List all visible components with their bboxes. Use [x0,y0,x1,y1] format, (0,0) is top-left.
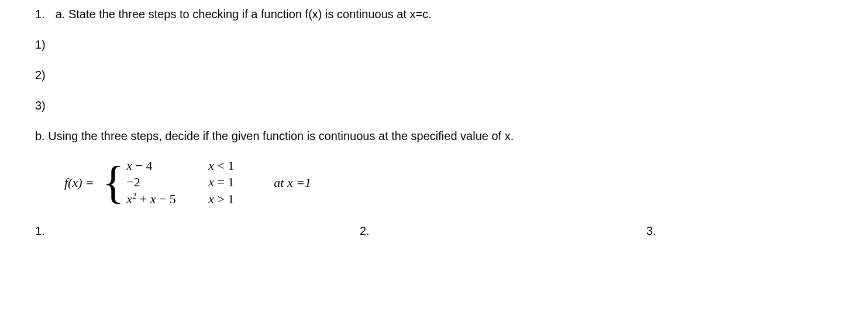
at-x-value: at x =1 [274,175,311,190]
question-1-header: 1. a. State the three steps to checking … [35,6,833,22]
case-row-1: x − 4 x < 1 [126,158,261,173]
case-3-cond: x > 1 [208,192,261,207]
brace-cases: { x − 4 x < 1 −2 x = 1 x2 + x [102,158,261,207]
case-1-cond: x < 1 [208,158,261,173]
case-row-3: x2 + x − 5 x > 1 [126,191,261,207]
question-number: 1. [35,6,45,22]
step-2-label: 2) [35,67,833,83]
answer-slot-1: 1. [35,224,360,238]
step-1-label: 1) [35,36,833,53]
answer-slot-2: 2. [360,224,646,238]
case-1-expr: x − 4 [126,158,208,173]
step-3-label: 3) [35,97,833,114]
piecewise-function: f(x) = { x − 4 x < 1 −2 x = 1 [64,158,833,207]
case-3-expr: x2 + x − 5 [126,191,208,207]
case-2-expr: −2 [126,175,208,190]
fx-equals: f(x) = [64,175,94,190]
cases-list: x − 4 x < 1 −2 x = 1 x2 + x − 5 [126,158,261,207]
answer-slots-row: 1. 2. 3. [35,224,833,238]
part-b-prompt: b. Using the three steps, decide if the … [35,128,833,144]
case-row-2: −2 x = 1 [126,175,261,190]
answer-slot-3: 3. [646,224,833,238]
part-a-prompt: a. State the three steps to checking if … [56,6,432,22]
case-2-cond: x = 1 [208,175,261,190]
left-brace-icon: { [102,158,124,207]
